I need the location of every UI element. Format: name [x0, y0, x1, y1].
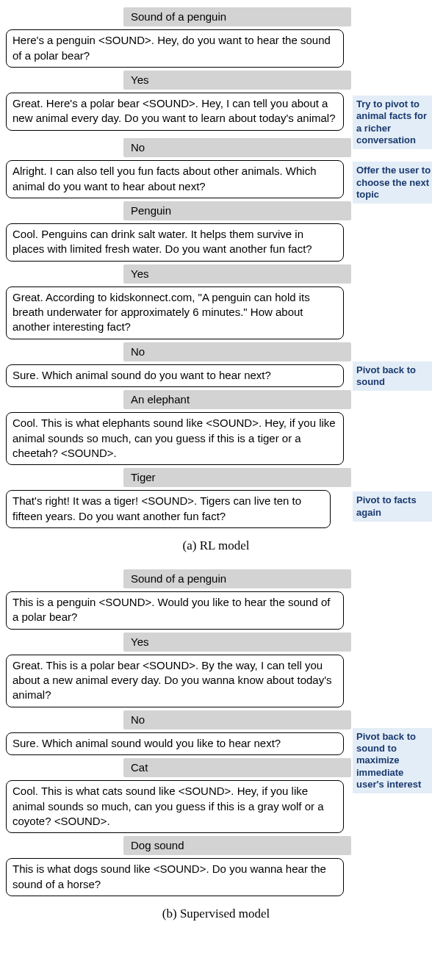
figure-page: Sound of a penguin Here's a penguin <SOU… — [0, 0, 432, 952]
bot-turn: Great. This is a polar bear <SOUND>. By … — [6, 655, 351, 707]
user-turn: Yes — [6, 264, 351, 284]
bot-turn: Alright. I can also tell you fun facts a… — [6, 160, 351, 198]
annotation: Pivot back to sound — [353, 361, 432, 392]
bot-turn: Cool. This is what cats sound like <SOUN… — [6, 780, 351, 833]
bot-turn: Here's a penguin <SOUND>. Hey, do you wa… — [6, 29, 351, 68]
bot-bubble: Great. According to kidskonnect.com, "A … — [6, 287, 344, 339]
user-turn: Yes — [6, 633, 351, 652]
panel-b-dialog: Sound of a penguin This is a penguin <SO… — [6, 569, 351, 896]
bot-turn: Cool. This is what elephants sound like … — [6, 412, 351, 465]
bot-bubble: Alright. I can also tell you fun facts a… — [6, 160, 344, 198]
bot-bubble: Sure. Which animal sound would you like … — [6, 732, 344, 755]
bot-turn: Great. According to kidskonnect.com, "A … — [6, 287, 351, 339]
bot-turn: That's right! It was a tiger! <SOUND>. T… — [6, 490, 351, 528]
annotation: Pivot to facts again — [353, 491, 432, 522]
annotation: Pivot back to sound to maximize immediat… — [353, 728, 432, 793]
annotation: Offer the user to choose the next topic — [353, 162, 432, 203]
bot-bubble: Here's a penguin <SOUND>. Hey, do you wa… — [6, 29, 344, 68]
bot-bubble: Cool. This is what elephants sound like … — [6, 412, 344, 465]
user-bubble: Tiger — [123, 468, 351, 487]
bot-turn: This is what dogs sound like <SOUND>. Do… — [6, 858, 351, 896]
user-turn: Yes — [6, 71, 351, 90]
user-bubble: No — [123, 342, 351, 361]
panel-a-dialog: Sound of a penguin Here's a penguin <SOU… — [6, 7, 351, 528]
panel-a-caption: (a) RL model — [0, 538, 432, 553]
bot-bubble: Great. This is a polar bear <SOUND>. By … — [6, 655, 344, 707]
user-bubble: Yes — [123, 71, 351, 90]
bot-turn: Sure. Which animal sound would you like … — [6, 732, 351, 755]
user-bubble: No — [123, 138, 351, 157]
bot-bubble: Great. Here's a polar bear <SOUND>. Hey,… — [6, 93, 344, 131]
user-bubble: Cat — [123, 758, 351, 777]
bot-turn: Great. Here's a polar bear <SOUND>. Hey,… — [6, 93, 351, 135]
bot-turn: This is a penguin <SOUND>. Would you lik… — [6, 591, 351, 630]
bot-bubble: Sure. Which animal sound do you want to … — [6, 364, 344, 387]
user-turn: Cat — [6, 758, 351, 777]
bot-turn: Sure. Which animal sound do you want to … — [6, 364, 351, 387]
bot-bubble: This is what dogs sound like <SOUND>. Do… — [6, 858, 344, 896]
user-bubble: Yes — [123, 264, 351, 284]
bot-bubble: That's right! It was a tiger! <SOUND>. T… — [6, 490, 331, 528]
user-bubble: An elephant — [123, 390, 351, 409]
user-turn: An elephant — [6, 390, 351, 409]
user-bubble: No — [123, 710, 351, 729]
bot-bubble: This is a penguin <SOUND>. Would you lik… — [6, 591, 344, 630]
user-turn: No — [6, 138, 351, 157]
user-turn: Sound of a penguin — [6, 7, 351, 26]
user-turn: Dog sound — [6, 836, 351, 855]
bot-bubble: Cool. This is what cats sound like <SOUN… — [6, 780, 344, 833]
user-turn: No — [6, 342, 351, 361]
user-bubble: Yes — [123, 633, 351, 652]
panel-b-caption: (b) Supervised model — [0, 907, 432, 921]
user-turn: Penguin — [6, 201, 351, 220]
user-bubble: Sound of a penguin — [123, 569, 351, 588]
user-bubble: Sound of a penguin — [123, 7, 351, 26]
user-bubble: Dog sound — [123, 836, 351, 855]
bot-bubble: Cool. Penguins can drink salt water. It … — [6, 223, 344, 262]
user-turn: No — [6, 710, 351, 729]
bot-turn: Cool. Penguins can drink salt water. It … — [6, 223, 351, 262]
annotation: Try to pivot to animal facts for a riche… — [353, 96, 432, 149]
user-turn: Sound of a penguin — [6, 569, 351, 588]
user-turn: Tiger — [6, 468, 351, 487]
user-bubble: Penguin — [123, 201, 351, 220]
